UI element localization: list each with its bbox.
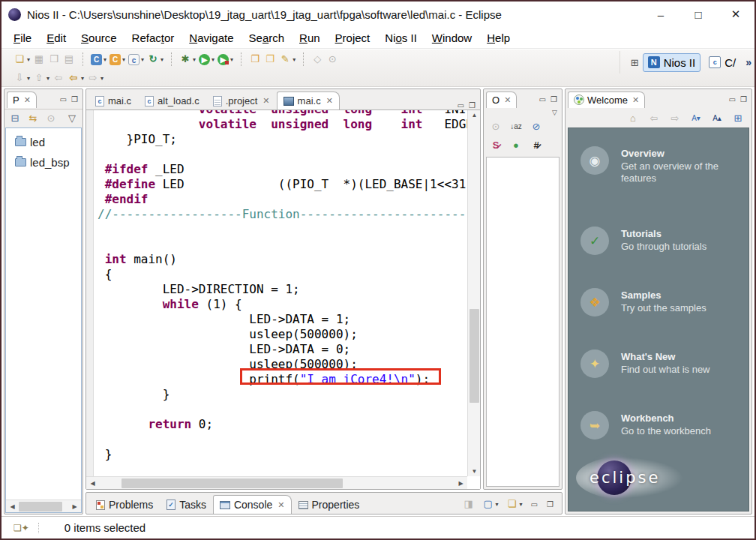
new-wizard-button[interactable]: ❏▾ (12, 52, 32, 66)
editor-tab-mai-c-active[interactable]: mai.c ✕ (277, 92, 340, 110)
scroll-right-icon[interactable]: ▶ (454, 480, 467, 487)
debug-button[interactable]: ✱▾ (178, 52, 197, 66)
new-c-project-button[interactable]: C▾ (89, 53, 108, 66)
hide-static-button[interactable]: S̷ (488, 139, 503, 152)
welcome-item-tutorials[interactable]: ✓ Tutorials Go through tutorials (568, 226, 748, 255)
code-editor[interactable]: volatile unsigned long int INIT volatile… (86, 110, 480, 489)
welcome-item-overview[interactable]: ◉ Overview Get an overview of the featur… (568, 146, 748, 184)
last-edit-location-down-button-dropdown-icon[interactable]: ▾ (27, 75, 30, 82)
code-line[interactable] (98, 237, 467, 252)
welcome-tab[interactable]: Welcome ✕ (568, 92, 645, 108)
code-line[interactable]: LED->DIRECTION = 1; (98, 282, 467, 297)
new-c-project-button-dropdown-icon[interactable]: ▾ (104, 56, 106, 63)
increase-font-button[interactable]: A▴ (710, 112, 724, 125)
home-button[interactable]: ⌂ (626, 112, 640, 125)
code-line[interactable]: while (1) { (98, 297, 467, 312)
open-folder-button[interactable]: ❐ (262, 52, 278, 66)
scroll-left-icon[interactable]: ◀ (86, 480, 99, 487)
build-button[interactable]: ↻▾ (146, 52, 165, 66)
reduce-font-button[interactable]: A▾ (688, 112, 704, 125)
code-line[interactable]: return 0; (98, 417, 467, 432)
new-cpp-project-button-dropdown-icon[interactable]: ▾ (122, 56, 125, 63)
open-perspective-icon[interactable]: ⊞ (631, 57, 639, 68)
view-menu-button[interactable]: ▽ (552, 109, 557, 118)
tab-properties[interactable]: Properties (292, 495, 367, 514)
code-line[interactable] (98, 402, 467, 417)
perspective-nios-ii[interactable]: N Nios II (643, 53, 701, 72)
forward-button-dropdown-icon[interactable]: ▾ (100, 75, 104, 82)
menu-window[interactable]: Window (424, 28, 479, 47)
perspective-c-cpp[interactable]: c C/ (704, 54, 740, 71)
new-c-source-file-button[interactable]: c▾ (127, 53, 146, 66)
code-line[interactable]: LED->DATA = 0; (98, 342, 467, 357)
last-edit-location-up-button-dropdown-icon[interactable]: ▾ (46, 75, 50, 82)
close-icon[interactable]: ✕ (504, 95, 511, 105)
scroll-left-icon[interactable]: ◀ (6, 503, 19, 510)
code-line[interactable] (98, 147, 467, 162)
code-line[interactable]: printf("I am iCore4!\n"); (98, 372, 467, 387)
minimize-panel-button[interactable]: ▭ (537, 95, 548, 104)
display-selected-console-button[interactable]: ▢▾ (481, 497, 500, 511)
source-code[interactable]: volatile unsigned long int INIT volatile… (98, 110, 467, 462)
maximize-panel-button[interactable]: ❐ (466, 101, 478, 110)
close-icon[interactable]: ✕ (326, 96, 333, 106)
minimize-panel-button[interactable]: ▭ (455, 101, 466, 110)
new-c-source-file-button-dropdown-icon[interactable]: ▾ (141, 56, 144, 63)
menu-file[interactable]: File (6, 28, 39, 47)
new-wizard-button-dropdown-icon[interactable]: ▾ (27, 56, 30, 63)
tree-item-led-bsp[interactable]: led_bsp (6, 152, 81, 172)
minimize-panel-button[interactable]: ▭ (529, 500, 540, 508)
more-toolbar-items-button[interactable]: » (746, 56, 752, 68)
code-line[interactable]: volatile unsigned long int EDGE (98, 117, 467, 132)
code-line[interactable]: #ifdef _LED (98, 162, 467, 177)
search-toolbar-button[interactable]: ✎▾ (278, 52, 297, 66)
tree-item-led[interactable]: led (6, 132, 81, 152)
welcome-item-whats-new[interactable]: ✦ What's New Find out what is new (568, 350, 748, 378)
link-with-editor-button[interactable]: ⇆ (26, 112, 40, 125)
build-button-dropdown-icon[interactable]: ▾ (160, 56, 164, 63)
fast-view-icon[interactable]: ❏✦ (14, 523, 39, 533)
welcome-item-workbench[interactable]: ➥ Workbench Go to the workbench (568, 411, 748, 440)
code-line[interactable]: LED->DATA = 1; (98, 312, 467, 327)
run-button[interactable]: ▶▾ (197, 53, 216, 66)
new-cpp-project-button[interactable]: C▾ (108, 53, 127, 66)
editor-tab-alt-load-c[interactable]: c alt_load.c (138, 92, 206, 110)
hide-inactive-button[interactable]: #̷ (529, 139, 544, 152)
code-line[interactable]: }PIO_T; (98, 132, 467, 147)
welcome-item-samples[interactable]: ❖ Samples Try out the samples (568, 288, 748, 316)
code-line[interactable]: int main() (98, 252, 467, 267)
menu-run[interactable]: Run (292, 28, 328, 47)
scroll-right-icon[interactable]: ▶ (68, 503, 81, 510)
back-button[interactable]: ⇦▾ (66, 71, 86, 85)
run-button-dropdown-icon[interactable]: ▾ (212, 56, 214, 63)
editor-vertical-scrollbar[interactable]: ▲ ▼ (467, 110, 480, 476)
hide-fields-button[interactable]: ⊘ (529, 120, 544, 134)
code-line[interactable]: volatile unsigned long int INIT (98, 110, 467, 117)
code-line[interactable]: { (98, 267, 467, 282)
menu-source[interactable]: Source (74, 28, 124, 47)
minimize-panel-button[interactable]: ▭ (727, 95, 738, 104)
scroll-down-icon[interactable]: ▼ (468, 468, 480, 475)
search-toolbar-button-dropdown-icon[interactable]: ▾ (292, 56, 296, 63)
code-line[interactable]: //------------------Function------------… (98, 207, 467, 222)
back-button-dropdown-icon[interactable]: ▾ (81, 75, 84, 82)
maximize-panel-button[interactable]: ❐ (69, 95, 80, 104)
hide-nonpublic-button[interactable]: ● (508, 139, 524, 152)
code-line[interactable]: } (98, 447, 467, 462)
maximize-panel-button[interactable]: ❐ (548, 95, 560, 104)
menu-edit[interactable]: Edit (39, 28, 74, 47)
tab-tasks[interactable]: ✓ Tasks (160, 495, 213, 514)
tab-console[interactable]: Console ✕ (213, 495, 292, 514)
sort-button[interactable]: ↓az (508, 120, 524, 134)
close-icon[interactable]: ✕ (262, 96, 269, 106)
menu-search[interactable]: Search (242, 28, 292, 47)
close-icon[interactable]: ✕ (24, 95, 31, 105)
debug-button-dropdown-icon[interactable]: ▾ (193, 56, 196, 63)
scrollbar-thumb[interactable] (122, 478, 343, 488)
close-icon[interactable]: ✕ (278, 500, 284, 510)
minimize-window-button[interactable]: – (642, 2, 680, 27)
menu-navigate[interactable]: Navigate (182, 28, 241, 47)
project-horizontal-scrollbar[interactable]: ◀ ▶ (6, 500, 81, 512)
project-explorer-tab[interactable]: P ✕ (7, 92, 37, 108)
code-line[interactable] (98, 432, 467, 447)
